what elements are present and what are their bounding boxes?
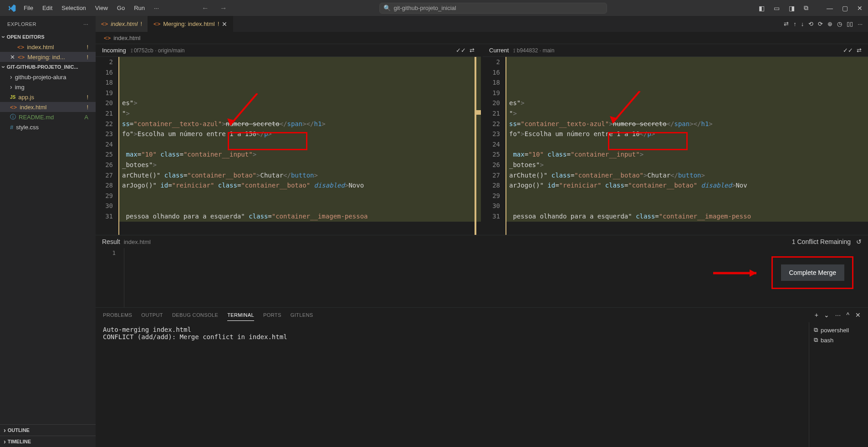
close-panel-icon[interactable]: ✕ bbox=[855, 311, 861, 319]
file-item-readme[interactable]: ⓘ README.md A bbox=[0, 112, 96, 122]
reset-icon[interactable]: ↺ bbox=[856, 238, 862, 245]
outline-section[interactable]: OUTLINE bbox=[0, 424, 96, 436]
tab-label: Merging: index.html bbox=[163, 20, 214, 27]
editor-tabs: <> index.html ! <> Merging: index.html !… bbox=[96, 16, 868, 32]
minimize-icon[interactable]: — bbox=[825, 3, 835, 14]
breadcrumb[interactable]: <> index.html bbox=[96, 32, 868, 44]
layout-custom-icon[interactable]: ⧉ bbox=[802, 2, 810, 14]
open-editor-item[interactable]: <> index.html ! bbox=[0, 42, 96, 52]
tab-output[interactable]: OUTPUT bbox=[141, 310, 163, 320]
explorer-header: EXPLORER ··· bbox=[0, 16, 96, 32]
timeline-section[interactable]: TIMELINE bbox=[0, 436, 96, 447]
tab-index[interactable]: <> index.html ! bbox=[96, 16, 148, 32]
menu-edit[interactable]: Edit bbox=[39, 3, 56, 13]
file-item-index[interactable]: <> index.html ! bbox=[0, 102, 96, 112]
search-input[interactable]: 🔍 git-github-projeto_inicial bbox=[379, 3, 607, 14]
result-code[interactable]: Complete Merge bbox=[124, 248, 868, 307]
file-item-style[interactable]: # style.css bbox=[0, 122, 96, 132]
tab-gitlens[interactable]: GITLENS bbox=[291, 310, 313, 320]
tab-modified-badge: ! bbox=[218, 20, 220, 27]
tab-debug[interactable]: DEBUG CONSOLE bbox=[172, 310, 218, 320]
tab-ports[interactable]: PORTS bbox=[263, 310, 281, 320]
nav-back-icon[interactable]: ← bbox=[199, 3, 212, 13]
shell-powershell[interactable]: ⧉powershell bbox=[814, 325, 863, 335]
tab-problems[interactable]: PROBLEMS bbox=[103, 310, 132, 320]
open-editors-label: OPEN EDITORS bbox=[7, 34, 45, 40]
html-icon: <> bbox=[104, 35, 111, 41]
folder-item[interactable]: img bbox=[0, 82, 96, 92]
compare-icon[interactable]: ⇄ bbox=[470, 47, 475, 54]
tab-merging[interactable]: <> Merging: index.html ! ✕ bbox=[148, 16, 233, 32]
close-icon[interactable]: ✕ bbox=[855, 3, 864, 14]
css-icon: # bbox=[10, 124, 13, 131]
diff-icon3[interactable]: ⊕ bbox=[827, 20, 832, 27]
diff-icon2[interactable]: ⟳ bbox=[818, 20, 823, 27]
arrow-down-icon[interactable]: ↓ bbox=[801, 20, 804, 27]
tab-terminal[interactable]: TERMINAL bbox=[227, 310, 254, 321]
layout-left-icon[interactable]: ◧ bbox=[757, 3, 766, 14]
open-editor-item[interactable]: ✕ <> Merging: ind... ! bbox=[0, 52, 96, 62]
terminal-dropdown-icon[interactable]: ⌄ bbox=[824, 311, 829, 319]
menu-selection[interactable]: Selection bbox=[58, 3, 89, 13]
chevron-down-icon bbox=[3, 33, 5, 41]
compare-icon[interactable]: ⇄ bbox=[857, 47, 862, 54]
close-icon[interactable]: ✕ bbox=[10, 54, 15, 61]
folder-name: img bbox=[15, 84, 25, 91]
chevron-down-icon bbox=[3, 63, 5, 71]
shell-bash[interactable]: ⧉bash bbox=[814, 335, 863, 345]
file-name: Merging: ind... bbox=[27, 54, 65, 61]
html-icon: <> bbox=[18, 54, 25, 61]
terminal-icon: ⧉ bbox=[814, 336, 818, 344]
maximize-icon[interactable]: ▢ bbox=[840, 3, 850, 14]
more-icon[interactable]: ··· bbox=[835, 311, 841, 319]
tab-close-icon[interactable]: ✕ bbox=[222, 20, 227, 28]
folder-item[interactable]: github-projeto-alura bbox=[0, 72, 96, 82]
maximize-panel-icon[interactable]: ^ bbox=[847, 311, 850, 319]
complete-merge-button[interactable]: Complete Merge bbox=[781, 264, 845, 281]
diff-icon[interactable]: ⟲ bbox=[808, 20, 813, 27]
project-name: GIT-GITHUB-PROJETO_INIC... bbox=[7, 64, 78, 70]
command-center: 🔍 git-github-projeto_inicial bbox=[230, 3, 757, 14]
overview-ruler[interactable] bbox=[475, 57, 481, 235]
menu-view[interactable]: View bbox=[92, 3, 112, 13]
menu-run[interactable]: Run bbox=[130, 3, 148, 13]
layout-right-icon[interactable]: ◨ bbox=[787, 3, 797, 14]
explorer-more-icon[interactable]: ··· bbox=[83, 21, 88, 27]
arrow-up-icon[interactable]: ↑ bbox=[793, 20, 797, 27]
incoming-commit: ⟟ 0f752cb · origin/main bbox=[131, 47, 185, 54]
new-terminal-icon[interactable]: + bbox=[815, 311, 819, 319]
gutter: 2161819202122232425262728293031 bbox=[96, 57, 118, 235]
accept-current-icon[interactable]: ✓✓ bbox=[843, 47, 853, 54]
annotation-arrow bbox=[713, 266, 763, 280]
terminal-line: CONFLICT (add/add): Merge conflict in in… bbox=[103, 333, 802, 340]
file-name: style.css bbox=[16, 124, 39, 131]
menu-file[interactable]: File bbox=[20, 3, 37, 13]
layout-bottom-icon[interactable]: ▭ bbox=[772, 3, 781, 14]
accept-incoming-icon[interactable]: ✓✓ bbox=[456, 47, 466, 54]
annotation-arrow bbox=[608, 91, 644, 127]
result-panel: Result index.html 1 Conflict Remaining ↺… bbox=[96, 235, 868, 307]
open-editors-header[interactable]: OPEN EDITORS bbox=[0, 32, 96, 42]
terminal-output[interactable]: Auto-merging index.html CONFLICT (add/ad… bbox=[96, 322, 809, 447]
split-icon[interactable]: ▯▯ bbox=[847, 20, 853, 27]
more-icon[interactable]: ··· bbox=[858, 20, 863, 27]
menu-more[interactable]: ··· bbox=[150, 3, 163, 13]
js-icon: JS bbox=[10, 95, 15, 100]
breadcrumb-file: index.html bbox=[113, 35, 140, 41]
result-body[interactable]: 1 Complete Merge bbox=[96, 248, 868, 307]
clock-icon[interactable]: ◷ bbox=[837, 20, 842, 27]
current-commit: ⟟ b944832 · main bbox=[513, 47, 554, 54]
menu-go[interactable]: Go bbox=[113, 3, 128, 13]
current-code[interactable]: 2161819202122232425262728293031 es"> "> … bbox=[483, 57, 868, 235]
annotation-arrow bbox=[225, 93, 262, 130]
compare-icon[interactable]: ⇄ bbox=[784, 20, 789, 27]
outline-label: OUTLINE bbox=[8, 427, 30, 433]
terminal-sidebar: ⧉powershell ⧉bash bbox=[809, 322, 868, 447]
current-pane: Current ⟟ b944832 · main ✓✓ ⇄ 2161819202… bbox=[483, 44, 868, 235]
project-header[interactable]: GIT-GITHUB-PROJETO_INIC... bbox=[0, 62, 96, 72]
incoming-code[interactable]: 2161819202122232425262728293031 es"> "> … bbox=[96, 57, 481, 235]
file-item-appjs[interactable]: JS app.js ! bbox=[0, 92, 96, 102]
search-text: git-github-projeto_inicial bbox=[393, 5, 456, 11]
nav-forward-icon[interactable]: → bbox=[217, 3, 230, 13]
added-badge: A bbox=[84, 114, 92, 121]
